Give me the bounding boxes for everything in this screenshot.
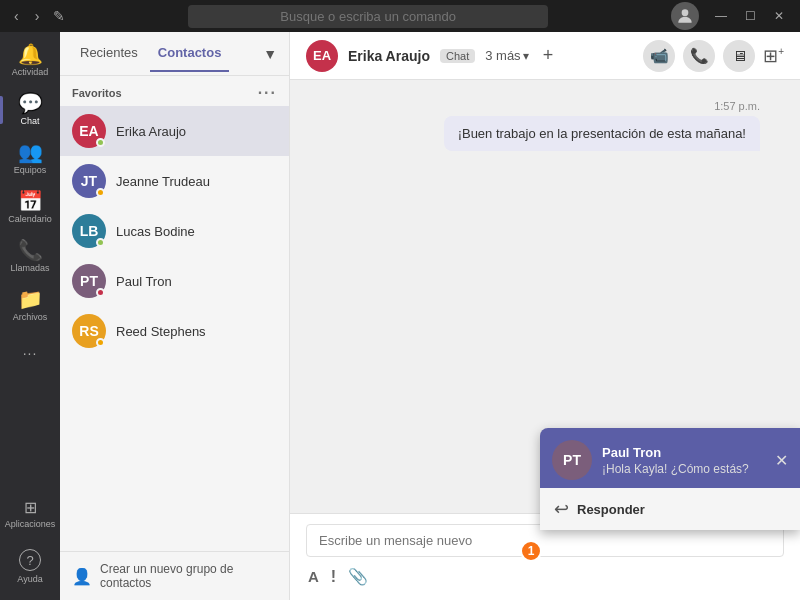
chat-badge: Chat bbox=[440, 49, 475, 63]
chat-header: EA Erika Araujo Chat 3 más ▾ + 📹 📞 🖥 ⊞+ bbox=[290, 32, 800, 80]
audio-call-button[interactable]: 📞 bbox=[683, 40, 715, 72]
layout-button[interactable]: ⊞+ bbox=[763, 45, 784, 67]
contact-name: Paul Tron bbox=[116, 274, 172, 289]
minimize-button[interactable]: — bbox=[707, 7, 735, 25]
sidebar-item-apps[interactable]: ⊞ Aplicaciones bbox=[5, 492, 56, 537]
nav-sidebar: 🔔 Actividad 💬 Chat 👥 Equipos 📅 Calendari… bbox=[0, 32, 60, 600]
activity-icon: 🔔 bbox=[18, 44, 43, 64]
chat-icon: 💬 bbox=[18, 93, 43, 113]
back-button[interactable]: ‹ bbox=[8, 6, 25, 26]
files-label: Archivos bbox=[13, 312, 48, 322]
new-group-bar[interactable]: 👤 Crear un nuevo grupo de contactos bbox=[60, 551, 289, 600]
avatar: EA bbox=[72, 114, 106, 148]
compose-toolbar: A ! 📎 bbox=[306, 565, 784, 588]
search-input[interactable] bbox=[188, 5, 548, 28]
more-icon: ··· bbox=[23, 346, 38, 360]
sidebar-item-files[interactable]: 📁 Archivos bbox=[0, 281, 60, 330]
reply-icon: ↩ bbox=[554, 498, 569, 520]
chat-label: Chat bbox=[20, 116, 39, 126]
new-group-label: Crear un nuevo grupo de contactos bbox=[100, 562, 277, 590]
format-text-button[interactable]: A bbox=[306, 566, 321, 587]
apps-label: Aplicaciones bbox=[5, 519, 56, 529]
contact-name: Reed Stephens bbox=[116, 324, 206, 339]
sidebar-item-teams[interactable]: 👥 Equipos bbox=[0, 134, 60, 183]
notification-avatar: PT bbox=[552, 440, 592, 480]
chat-tabs: Recientes Contactos ▼ bbox=[60, 32, 289, 76]
message-bubble: ¡Buen trabajo en la presentación de esta… bbox=[444, 116, 760, 151]
list-item[interactable]: LB Lucas Bodine bbox=[60, 206, 289, 256]
chevron-down-icon: ▾ bbox=[523, 49, 529, 63]
notification-reply-button[interactable]: ↩ Responder bbox=[540, 488, 800, 530]
chat-more-button[interactable]: 3 más ▾ bbox=[485, 48, 528, 63]
files-icon: 📁 bbox=[18, 289, 43, 309]
titlebar: ‹ › ✎ — ☐ ✕ bbox=[0, 0, 800, 32]
notification-popup: PT Paul Tron ¡Hola Kayla! ¿Cómo estás? ✕… bbox=[540, 428, 800, 530]
help-label: Ayuda bbox=[17, 574, 42, 584]
video-call-button[interactable]: 📹 bbox=[643, 40, 675, 72]
window-controls: — ☐ ✕ bbox=[707, 7, 792, 25]
new-group-icon: 👤 bbox=[72, 567, 92, 586]
activity-label: Actividad bbox=[12, 67, 49, 77]
reply-label: Responder bbox=[577, 502, 645, 517]
teams-icon: 👥 bbox=[18, 142, 43, 162]
notification-close-button[interactable]: ✕ bbox=[775, 451, 788, 470]
calendar-icon: 📅 bbox=[18, 191, 43, 211]
contact-name: Jeanne Trudeau bbox=[116, 174, 210, 189]
help-icon: ? bbox=[19, 549, 41, 571]
calls-label: Llamadas bbox=[10, 263, 49, 273]
status-dot bbox=[96, 188, 105, 197]
list-item[interactable]: PT Paul Tron bbox=[60, 256, 289, 306]
chat-header-avatar: EA bbox=[306, 40, 338, 72]
status-dot bbox=[96, 238, 105, 247]
status-dot bbox=[96, 288, 105, 297]
chat-panel: Recientes Contactos ▼ Favoritos ··· EA E… bbox=[60, 32, 290, 600]
filter-icon[interactable]: ▼ bbox=[263, 46, 277, 62]
notification-badge: 1 bbox=[520, 540, 542, 562]
chat-contact-name: Erika Araujo bbox=[348, 48, 430, 64]
edit-icon[interactable]: ✎ bbox=[53, 8, 65, 24]
chat-actions: 📹 📞 🖥 ⊞+ bbox=[643, 40, 784, 72]
tab-contactos[interactable]: Contactos bbox=[150, 35, 230, 72]
user-avatar[interactable] bbox=[671, 2, 699, 30]
avatar: PT bbox=[72, 264, 106, 298]
priority-button[interactable]: ! bbox=[329, 566, 338, 588]
sidebar-item-calendar[interactable]: 📅 Calendario bbox=[0, 183, 60, 232]
calls-icon: 📞 bbox=[18, 240, 43, 260]
calendar-label: Calendario bbox=[8, 214, 52, 224]
contact-list: EA Erika Araujo JT Jeanne Trudeau LB bbox=[60, 106, 289, 551]
sidebar-item-calls[interactable]: 📞 Llamadas bbox=[0, 232, 60, 281]
contact-name: Erika Araujo bbox=[116, 124, 186, 139]
attach-button[interactable]: 📎 bbox=[346, 565, 370, 588]
sidebar-item-more[interactable]: ··· bbox=[0, 338, 60, 368]
tab-recientes[interactable]: Recientes bbox=[72, 35, 146, 72]
message-group: 1:57 p.m. ¡Buen trabajo en la presentaci… bbox=[330, 100, 760, 151]
list-item[interactable]: EA Erika Araujo bbox=[60, 106, 289, 156]
avatar: LB bbox=[72, 214, 106, 248]
status-dot bbox=[96, 138, 105, 147]
teams-label: Equipos bbox=[14, 165, 47, 175]
favorites-more-button[interactable]: ··· bbox=[258, 84, 277, 102]
avatar: RS bbox=[72, 314, 106, 348]
notification-message: ¡Hola Kayla! ¿Cómo estás? bbox=[602, 462, 765, 476]
contact-name: Lucas Bodine bbox=[116, 224, 195, 239]
sidebar-item-activity[interactable]: 🔔 Actividad bbox=[0, 36, 60, 85]
sidebar-item-help[interactable]: ? Ayuda bbox=[5, 541, 56, 592]
list-item[interactable]: RS Reed Stephens bbox=[60, 306, 289, 356]
notification-top: PT Paul Tron ¡Hola Kayla! ¿Cómo estás? ✕ bbox=[540, 428, 800, 488]
status-dot bbox=[96, 338, 105, 347]
add-participant-button[interactable]: + bbox=[543, 45, 554, 66]
maximize-button[interactable]: ☐ bbox=[737, 7, 764, 25]
svg-point-0 bbox=[682, 9, 689, 16]
sidebar-item-chat[interactable]: 💬 Chat bbox=[0, 85, 60, 134]
favorites-header: Favoritos ··· bbox=[60, 76, 289, 106]
list-item[interactable]: JT Jeanne Trudeau bbox=[60, 156, 289, 206]
forward-button[interactable]: › bbox=[29, 6, 46, 26]
chat-main: EA Erika Araujo Chat 3 más ▾ + 📹 📞 🖥 ⊞+ … bbox=[290, 32, 800, 600]
favorites-label: Favoritos bbox=[72, 87, 122, 99]
notification-sender: Paul Tron bbox=[602, 445, 765, 460]
notification-content: Paul Tron ¡Hola Kayla! ¿Cómo estás? bbox=[602, 445, 765, 476]
message-time: 1:57 p.m. bbox=[714, 100, 760, 112]
screen-share-button[interactable]: 🖥 bbox=[723, 40, 755, 72]
apps-icon: ⊞ bbox=[24, 500, 37, 516]
close-button[interactable]: ✕ bbox=[766, 7, 792, 25]
